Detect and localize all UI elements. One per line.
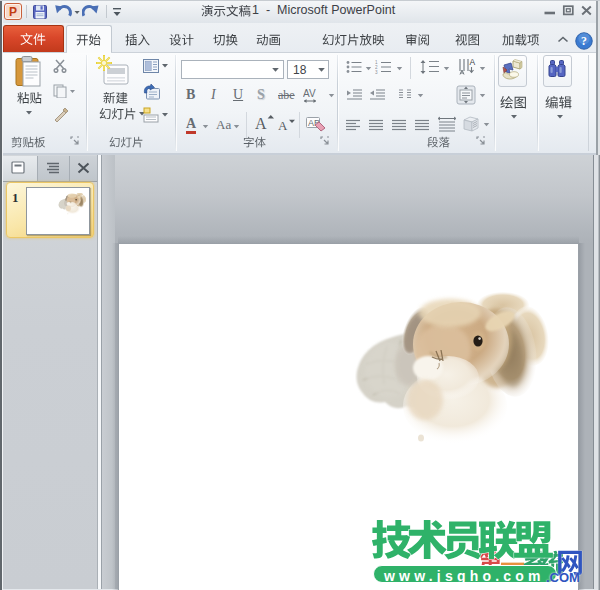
svg-text:P: P <box>9 5 17 19</box>
svg-text:A: A <box>278 118 288 133</box>
svg-text:AV: AV <box>303 88 316 99</box>
svg-text:3: 3 <box>375 70 378 74</box>
svg-text:?: ? <box>581 34 587 48</box>
svg-text:A: A <box>255 115 267 132</box>
svg-text:A: A <box>470 57 476 67</box>
